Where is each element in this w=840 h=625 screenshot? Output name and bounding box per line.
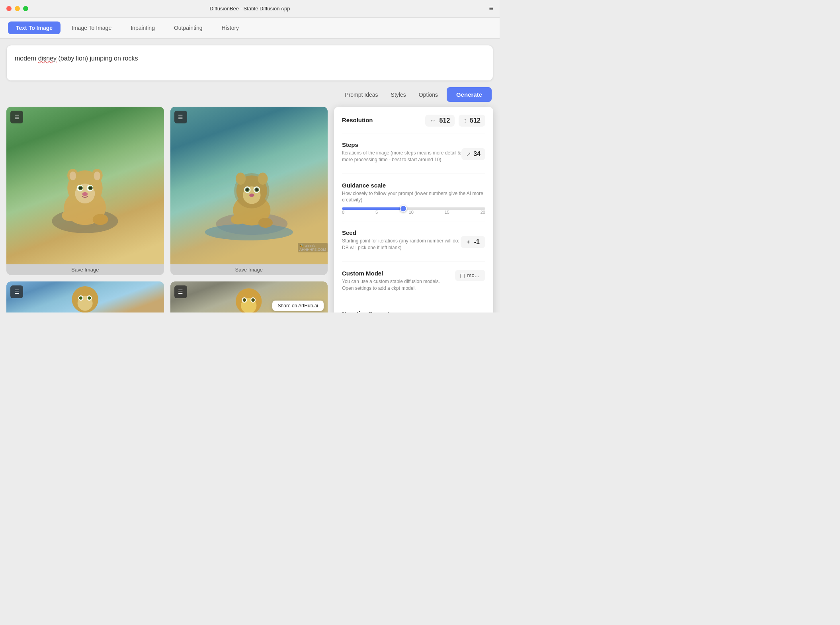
window-title: DiffusionBee - Stable Diffusion App (210, 6, 290, 12)
resolution-section: Resolution ↔ 512 ↕ 512 (342, 115, 485, 133)
resolution-inputs: ↔ 512 ↕ 512 (425, 115, 485, 127)
steps-row: Steps Iterations of the image (more step… (342, 141, 485, 167)
model-desc: You can use a custom stable diffusion mo… (342, 278, 451, 292)
svg-point-18 (205, 224, 293, 241)
share-button[interactable]: Share on ArtHub.ai (272, 301, 324, 311)
svg-point-47 (252, 298, 255, 302)
tab-history[interactable]: History (214, 21, 247, 34)
model-icon: ▢ (460, 272, 465, 279)
prompt-box[interactable]: modern disney (baby lion) jumping on roc… (6, 45, 493, 81)
width-value: 512 (440, 117, 450, 124)
guidance-slider[interactable] (342, 207, 485, 210)
menu-icon[interactable]: ≡ (489, 4, 493, 13)
resolution-label: Resolution (342, 117, 373, 123)
maximize-button[interactable] (23, 6, 28, 11)
guidance-label: Guidance scale (342, 182, 485, 189)
svg-point-30 (255, 188, 258, 191)
tab-inpainting[interactable]: Inpainting (123, 21, 163, 34)
image-menu-2[interactable]: ☰ (174, 111, 187, 123)
prompt-underline: disney (38, 55, 57, 62)
image-card-1: ☰ Save Image (6, 107, 164, 275)
steps-info: Steps Iterations of the image (more step… (342, 141, 461, 167)
resolution-row: Resolution ↔ 512 ↕ 512 (342, 115, 485, 127)
model-name: moDi-v1-pr (467, 272, 481, 278)
window-controls (6, 6, 28, 11)
svg-point-46 (243, 298, 246, 302)
model-row: Custom Model You can use a custom stable… (342, 270, 485, 296)
svg-point-41 (88, 297, 91, 300)
titlebar: DiffusionBee - Stable Diffusion App ≡ (0, 0, 500, 18)
svg-point-32 (231, 215, 245, 225)
steps-value-group[interactable]: ↗ 34 (461, 148, 485, 160)
steps-section: Steps Iterations of the image (more step… (342, 141, 485, 174)
image-card-3: ☰ Please close other applications for be… (6, 281, 164, 312)
tab-image-to-image[interactable]: Image To Image (64, 21, 119, 34)
watermark-text-2: 🐝 ahhhfs (299, 244, 326, 248)
styles-tab[interactable]: Styles (387, 89, 410, 100)
model-label: Custom Model (342, 270, 451, 277)
width-icon: ↔ (430, 117, 436, 124)
prompt-text: modern disney (baby lion) jumping on roc… (15, 55, 138, 62)
image-card-4: ☰ Share on ArtHub.ai (170, 281, 328, 312)
options-panel: Resolution ↔ 512 ↕ 512 (334, 107, 493, 312)
seed-label: Seed (342, 229, 461, 236)
width-input[interactable]: ↔ 512 (425, 115, 455, 127)
navbar: Text To Image Image To Image Inpainting … (0, 18, 500, 39)
svg-point-33 (258, 218, 273, 228)
svg-point-23 (258, 173, 268, 185)
guidance-slider-container: 0 5 10 15 20 (342, 207, 485, 215)
seed-info: Seed Starting point for iterations (any … (342, 229, 461, 255)
seed-section: Seed Starting point for iterations (any … (342, 229, 485, 262)
svg-point-16 (93, 214, 108, 225)
main-area: modern disney (baby lion) jumping on roc… (0, 39, 500, 311)
steps-label: Steps (342, 141, 461, 148)
model-select[interactable]: ▢ moDi-v1-pr (455, 270, 485, 281)
svg-point-12 (79, 187, 82, 189)
svg-point-5 (70, 172, 76, 180)
image-2: ☰ 🐝 ahhhfs AHHHHFS.COM (170, 107, 328, 264)
lion-image-2 (194, 130, 304, 240)
menu-icon-4: ☰ (178, 289, 183, 295)
steps-desc: Iterations of the image (more steps mean… (342, 150, 461, 163)
image-4: ☰ Share on ArtHub.ai (170, 281, 328, 312)
save-image-2[interactable]: Save Image (235, 264, 263, 274)
slider-label-10: 10 (409, 210, 414, 215)
minimize-button[interactable] (15, 6, 20, 11)
guidance-desc: How closely to follow your prompt (lower… (342, 190, 485, 204)
negative-prompt-label: Negative Prompt (342, 310, 485, 312)
height-icon: ↕ (463, 117, 467, 124)
svg-point-22 (236, 173, 246, 185)
slider-label-15: 15 (445, 210, 449, 215)
steps-value: 34 (473, 150, 481, 158)
image-1: ☰ (6, 107, 164, 264)
image-menu-3[interactable]: ☰ (10, 285, 23, 298)
lion-image-1 (30, 130, 140, 240)
close-button[interactable] (6, 6, 12, 11)
image-3: ☰ (6, 281, 164, 312)
slider-label-20: 20 (481, 210, 485, 215)
save-image-1[interactable]: Save Image (71, 264, 99, 274)
height-value: 512 (470, 117, 481, 124)
height-input[interactable]: ↕ 512 (459, 115, 485, 127)
custom-model-section: Custom Model You can use a custom stable… (342, 270, 485, 303)
menu-icon-3: ☰ (14, 289, 20, 295)
tab-outpainting[interactable]: Outpainting (166, 21, 211, 34)
svg-point-15 (62, 210, 78, 221)
slider-label-5: 5 (375, 210, 378, 215)
image-card-2: ☰ 🐝 ahhhfs AHHHHFS.COM Save Image (170, 107, 328, 275)
steps-icon: ↗ (466, 151, 471, 157)
tab-text-to-image[interactable]: Text To Image (8, 21, 61, 34)
seed-desc: Starting point for iterations (any rando… (342, 238, 461, 251)
seed-row: Seed Starting point for iterations (any … (342, 229, 485, 255)
watermark-2: 🐝 ahhhfs AHHHHFS.COM (298, 243, 328, 252)
generate-button[interactable]: Generate (447, 87, 492, 102)
image-grid: ☰ Save Image (6, 107, 328, 312)
image-menu-1[interactable]: ☰ (10, 111, 23, 123)
image-menu-4[interactable]: ☰ (174, 285, 187, 298)
svg-point-31 (249, 194, 254, 197)
seed-input[interactable]: ✴ -1 (461, 236, 485, 248)
menu-icon-2: ☰ (178, 114, 183, 120)
prompt-ideas-tab[interactable]: Prompt Ideas (341, 89, 382, 100)
svg-point-14 (82, 192, 88, 196)
options-tab[interactable]: Options (415, 89, 442, 100)
